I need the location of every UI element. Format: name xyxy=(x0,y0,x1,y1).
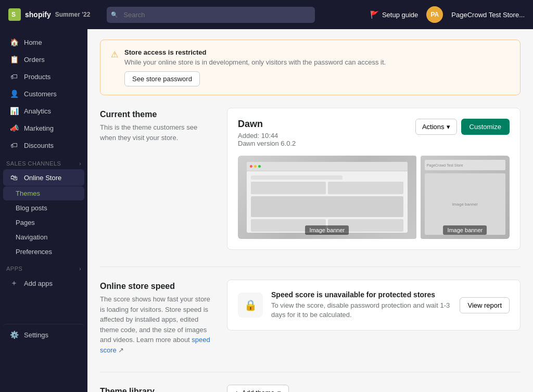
customers-icon: 👤 xyxy=(9,90,19,98)
sidebar-label-navigation: Navigation xyxy=(16,233,47,241)
chevron-right-icon: › xyxy=(79,161,81,167)
theme-preview: Image banner PageCrowd Test Store Image … xyxy=(238,156,510,239)
sidebar-label-customers: Customers xyxy=(24,90,57,98)
actions-button[interactable]: Actions ▾ xyxy=(415,119,457,135)
sidebar-item-orders[interactable]: 📋 Orders xyxy=(3,51,84,68)
sidebar-label-preferences: Preferences xyxy=(16,248,52,256)
preview-desktop: Image banner xyxy=(238,156,416,239)
current-theme-section: Current theme This is the theme customer… xyxy=(100,108,521,250)
season-label: Summer '22 xyxy=(55,11,91,18)
sidebar-label-marketing: Marketing xyxy=(24,124,54,132)
sidebar-label-orders: Orders xyxy=(24,56,45,64)
sidebar-item-home[interactable]: 🏠 Home xyxy=(3,34,84,50)
sidebar-subitem-blog-posts[interactable]: Blog posts xyxy=(3,201,84,215)
sidebar-label-add-apps: Add apps xyxy=(24,280,53,287)
sidebar: 🏠 Home 📋 Orders 🏷 Products 👤 Customers 📊… xyxy=(0,29,87,392)
setup-guide-label: Setup guide xyxy=(382,11,418,19)
avatar[interactable]: PA xyxy=(426,6,443,23)
theme-library-content: + Add theme ▾ Upload zip file Connect fr… xyxy=(227,385,521,392)
sidebar-item-online-store[interactable]: 🛍 Online Store xyxy=(3,169,84,186)
actions-chevron-icon: ▾ xyxy=(447,123,450,131)
sidebar-subitem-navigation[interactable]: Navigation xyxy=(3,230,84,244)
search-input[interactable] xyxy=(107,7,315,23)
sidebar-label-pages: Pages xyxy=(16,219,35,226)
theme-library-title: Theme library xyxy=(100,387,214,392)
sidebar-subitem-themes[interactable]: Themes xyxy=(3,186,84,200)
theme-actions: Actions ▾ Customize xyxy=(415,119,510,135)
current-theme-desc: Current theme This is the theme customer… xyxy=(100,108,214,143)
actions-label: Actions xyxy=(422,123,445,131)
discounts-icon: 🏷 xyxy=(9,141,19,149)
topbar: S shopify Summer '22 🚩 Setup guide PA Pa… xyxy=(0,0,533,29)
sidebar-label-home: Home xyxy=(24,39,42,46)
mobile-preview-label-overlay: Image banner xyxy=(443,225,487,235)
add-theme-container: + Add theme ▾ Upload zip file Connect fr… xyxy=(227,385,521,392)
current-theme-title: Current theme xyxy=(100,110,214,119)
speed-score-link[interactable]: speed score xyxy=(100,336,210,354)
theme-added: Added: 10:44 xyxy=(238,132,296,140)
online-store-icon: 🛍 xyxy=(9,173,19,182)
speed-card-description: To view the score, disable password prot… xyxy=(271,301,451,320)
speed-card-title: Speed score is unavailable for protected… xyxy=(271,290,451,299)
speed-card: 🔒 Speed score is unavailable for protect… xyxy=(227,280,521,331)
theme-library-section: Theme library + Add theme ▾ Upload zip f… xyxy=(100,385,521,392)
sales-channels-section: Sales channels › xyxy=(0,154,87,169)
customize-button[interactable]: Customize xyxy=(461,119,510,135)
sidebar-item-marketing[interactable]: 📣 Marketing xyxy=(3,120,84,136)
sidebar-label-analytics: Analytics xyxy=(24,107,51,115)
brand-name: shopify xyxy=(25,10,51,19)
online-store-submenu: Themes Blog posts Pages Navigation Prefe… xyxy=(0,186,87,259)
sidebar-item-products[interactable]: 🏷 Products xyxy=(3,68,84,85)
theme-library-desc: Theme library xyxy=(100,385,214,392)
sidebar-subitem-pages[interactable]: Pages xyxy=(3,216,84,230)
marketing-icon: 📣 xyxy=(9,124,19,132)
sidebar-label-settings: Settings xyxy=(24,331,48,339)
banner-description: While your online store is in developmen… xyxy=(124,58,386,66)
apps-section-label: Apps xyxy=(6,265,22,272)
preview-mobile: PageCrowd Test Store Image banner Image … xyxy=(421,156,510,239)
mobile-preview-label: Image banner xyxy=(452,202,478,207)
svg-text:S: S xyxy=(11,11,16,18)
add-theme-label: Add theme xyxy=(242,389,275,392)
dropdown-chevron-icon: ▾ xyxy=(277,389,281,392)
sidebar-item-settings[interactable]: ⚙️ Settings xyxy=(3,324,84,343)
banner-text: Store access is restricted While your on… xyxy=(124,48,386,86)
theme-info: Dawn Added: 10:44 Dawn version 6.0.2 xyxy=(238,119,296,147)
store-name: PageCrowd Test Store... xyxy=(451,11,525,19)
apps-chevron-icon: › xyxy=(79,266,81,272)
sidebar-label-online-store: Online Store xyxy=(24,174,61,182)
flag-icon: 🚩 xyxy=(370,10,379,19)
sidebar-item-customers[interactable]: 👤 Customers xyxy=(3,85,84,102)
add-theme-button[interactable]: + Add theme ▾ xyxy=(227,385,289,392)
home-icon: 🏠 xyxy=(9,38,19,46)
sidebar-item-add-apps[interactable]: ＋ Add apps xyxy=(3,274,84,292)
brand-logo: S shopify Summer '22 xyxy=(8,8,90,21)
desktop-preview-label: Image banner xyxy=(305,225,349,235)
lock-icon: 🔒 xyxy=(238,293,263,318)
add-apps-icon: ＋ xyxy=(9,279,19,288)
setup-guide-button[interactable]: 🚩 Setup guide xyxy=(370,10,418,19)
products-icon: 🏷 xyxy=(9,72,19,81)
sidebar-label-discounts: Discounts xyxy=(24,142,54,149)
main-content: ⚠ Store access is restricted While your … xyxy=(87,29,533,392)
banner-title: Store access is restricted xyxy=(124,48,386,56)
shopify-icon: S xyxy=(8,8,21,21)
current-theme-card: Dawn Added: 10:44 Dawn version 6.0.2 Act… xyxy=(227,108,521,250)
sidebar-subitem-preferences[interactable]: Preferences xyxy=(3,245,84,259)
speed-section: Online store speed The score shows how f… xyxy=(100,280,521,355)
orders-icon: 📋 xyxy=(9,55,19,64)
speed-desc: Online store speed The score shows how f… xyxy=(100,280,214,355)
speed-description: The score shows how fast your store is l… xyxy=(100,294,214,355)
analytics-icon: 📊 xyxy=(9,107,19,115)
sidebar-label-blog-posts: Blog posts xyxy=(16,204,47,212)
plus-icon: + xyxy=(235,389,239,392)
speed-card-text: Speed score is unavailable for protected… xyxy=(271,290,451,320)
view-report-button[interactable]: View report xyxy=(460,297,510,313)
topbar-right: 🚩 Setup guide PA PageCrowd Test Store... xyxy=(370,6,525,23)
sidebar-item-discounts[interactable]: 🏷 Discounts xyxy=(3,137,84,154)
speed-title: Online store speed xyxy=(100,282,214,291)
sidebar-item-analytics[interactable]: 📊 Analytics xyxy=(3,103,84,119)
theme-version: Dawn version 6.0.2 xyxy=(238,140,296,147)
see-store-password-button[interactable]: See store password xyxy=(124,71,200,86)
avatar-initials: PA xyxy=(430,11,439,18)
